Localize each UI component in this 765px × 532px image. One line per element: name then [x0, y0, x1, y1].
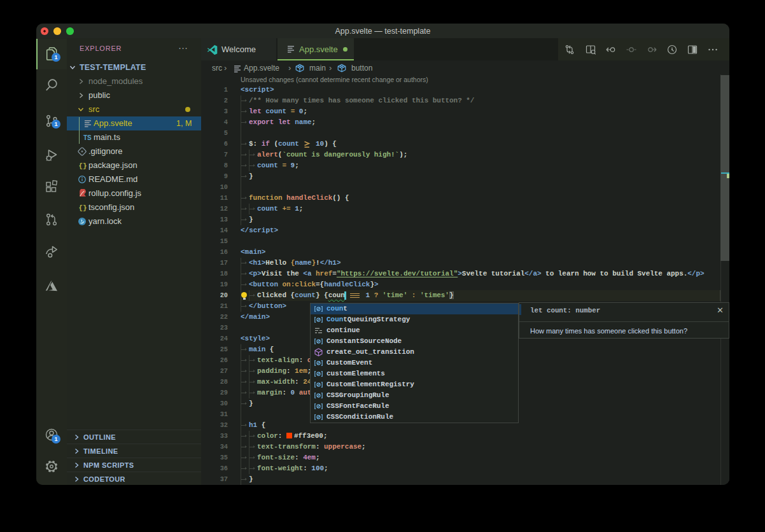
svg-text:{}: {}	[79, 162, 87, 170]
svg-text:{}: {}	[79, 204, 87, 212]
svg-text:TS: TS	[83, 134, 92, 141]
